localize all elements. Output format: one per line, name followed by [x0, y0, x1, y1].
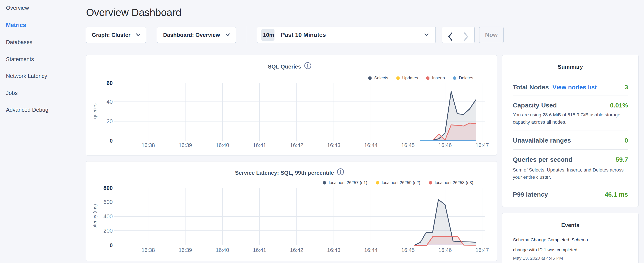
svg-text:16:41: 16:41	[253, 142, 266, 148]
svg-text:800: 800	[104, 185, 113, 191]
svg-text:600: 600	[104, 199, 113, 205]
svg-text:queries: queries	[92, 103, 98, 119]
svg-text:16:42: 16:42	[290, 247, 304, 253]
svg-text:0: 0	[110, 137, 113, 144]
svg-text:16:43: 16:43	[327, 247, 340, 253]
svg-text:16:47: 16:47	[476, 142, 489, 148]
svg-text:0: 0	[110, 242, 113, 248]
svg-text:40: 40	[106, 99, 113, 105]
svg-text:20: 20	[106, 118, 113, 124]
svg-text:16:39: 16:39	[178, 247, 192, 253]
svg-text:16:38: 16:38	[142, 247, 155, 253]
svg-text:16:41: 16:41	[253, 247, 266, 253]
svg-text:16:46: 16:46	[438, 247, 452, 253]
svg-text:latency (ms): latency (ms)	[92, 204, 98, 229]
svg-text:16:45: 16:45	[402, 247, 415, 253]
svg-text:200: 200	[104, 227, 113, 234]
svg-text:16:46: 16:46	[438, 142, 452, 148]
svg-text:400: 400	[104, 213, 113, 220]
svg-text:16:44: 16:44	[364, 247, 378, 253]
svg-text:16:38: 16:38	[142, 142, 155, 148]
svg-text:16:47: 16:47	[476, 247, 489, 253]
svg-text:16:43: 16:43	[327, 142, 340, 148]
svg-text:16:39: 16:39	[178, 142, 192, 148]
svg-text:60: 60	[106, 80, 113, 86]
svg-text:16:44: 16:44	[364, 142, 378, 148]
svg-text:16:40: 16:40	[216, 142, 229, 148]
svg-text:16:40: 16:40	[216, 247, 229, 253]
svg-text:16:45: 16:45	[402, 142, 415, 148]
svg-text:16:42: 16:42	[290, 142, 304, 148]
